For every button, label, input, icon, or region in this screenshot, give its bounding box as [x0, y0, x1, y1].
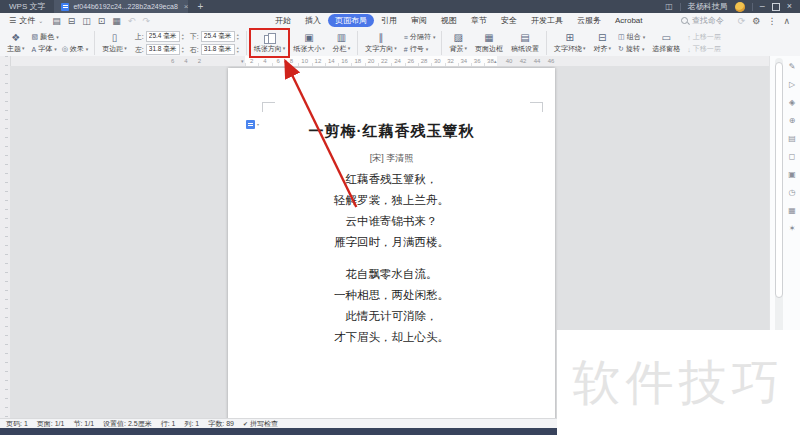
- collapse-ribbon-icon[interactable]: ∧: [783, 16, 790, 26]
- ribbon-tab[interactable]: 引用: [374, 14, 404, 27]
- spinner-icons[interactable]: ▴▾: [182, 33, 184, 41]
- restore-button[interactable]: [772, 3, 780, 11]
- dropdown-caret-icon: ▾: [608, 46, 611, 51]
- redo-icon[interactable]: ↷: [142, 16, 150, 26]
- orientation-highlight-wrap: 纸张方向▾: [251, 29, 289, 57]
- app-menu-button[interactable]: WPS 文字: [0, 1, 54, 12]
- settings-gear-icon[interactable]: ⚙: [752, 16, 760, 26]
- rotate-button[interactable]: ↻旋转▾: [618, 44, 645, 54]
- search-icon: [681, 17, 688, 24]
- tab-close-icon[interactable]: ×: [184, 2, 189, 11]
- status-item: 字数: 89: [208, 419, 234, 429]
- scrollbar-thumb[interactable]: [775, 62, 783, 298]
- background-button[interactable]: ▨ 背景▾: [446, 29, 470, 57]
- breaks-group: ≡分隔符▾ #行号▾: [402, 29, 438, 57]
- undo-icon[interactable]: ↶: [128, 16, 136, 26]
- close-button[interactable]: ×: [787, 2, 792, 11]
- margins-button[interactable]: ▯ 页边距▾: [99, 29, 130, 57]
- comment-icon[interactable]: ◻: [789, 152, 796, 161]
- spinner-icons[interactable]: ▴▾: [237, 33, 239, 41]
- dropdown-caret-icon: ▾: [86, 47, 89, 52]
- ribbon-tab-active[interactable]: 页面布局: [328, 14, 374, 27]
- hamburger-icon: ☰: [9, 16, 16, 25]
- print-icon[interactable]: ⊡: [98, 16, 106, 26]
- spell-check-toggle[interactable]: ✔ 拼写检查: [243, 419, 278, 429]
- bring-forward-button[interactable]: ↑上移一层: [687, 32, 721, 42]
- spinner-icons[interactable]: ▴▾: [237, 46, 239, 54]
- text-direction-button[interactable]: ∥ 文字方向▾: [362, 29, 400, 57]
- margin-left-input[interactable]: [146, 44, 180, 55]
- image-icon[interactable]: ▦: [788, 206, 796, 215]
- selection-pane-button[interactable]: ▭ 选择窗格: [649, 29, 683, 57]
- toolbar-separator: [357, 31, 358, 55]
- save-icon[interactable]: ⊟: [68, 16, 76, 26]
- spinner-icons[interactable]: ▴▾: [182, 46, 184, 54]
- ribbon-tab[interactable]: 章节: [464, 14, 494, 27]
- paper-orientation-button[interactable]: 纸张方向▾: [251, 29, 289, 57]
- margin-top-input[interactable]: [146, 31, 180, 42]
- ribbon-tab[interactable]: 开始: [268, 14, 298, 27]
- poem-body: 红藕香残玉簟秋，轻解罗裳，独上兰舟。云中谁寄锦书来？雁字回时，月满西楼。 花自飘…: [228, 169, 555, 348]
- lock-icon[interactable]: ◈: [789, 98, 795, 107]
- dropdown-caret-icon: ▾: [643, 35, 646, 40]
- left-indent-marker[interactable]: ▾: [241, 56, 244, 66]
- document-page[interactable]: ▾ 一剪梅·红藕香残玉簟秋 [宋] 李清照 红藕香残玉簟秋，轻解罗裳，独上兰舟。…: [228, 68, 555, 418]
- document-tab[interactable]: ef044b6192c24...228b2a249eca8 ×: [54, 0, 188, 13]
- print-preview-icon[interactable]: ▦: [112, 16, 121, 26]
- toolbar-separator: [546, 31, 547, 55]
- page-border-button[interactable]: ▦ 页面边框: [472, 29, 506, 57]
- status-item: 页面: 1/1: [37, 419, 65, 429]
- ribbon-tab[interactable]: 审阅: [404, 14, 434, 27]
- export-pdf-icon[interactable]: ◫: [82, 16, 91, 26]
- send-backward-button[interactable]: ↓下移一层: [687, 44, 721, 54]
- theme-button[interactable]: ❖ 主题▾: [4, 29, 28, 57]
- columns-button[interactable]: ▥ 分栏▾: [330, 29, 354, 57]
- new-tab-button[interactable]: +: [197, 1, 203, 12]
- group-rotate-group: ◫组合▾ ↻旋转▾: [616, 29, 647, 57]
- paper-size-button[interactable]: ▣ 纸张大小▾: [290, 29, 328, 57]
- ribbon-tab[interactable]: 安全: [494, 14, 524, 27]
- cursor-icon[interactable]: ▷: [789, 80, 795, 89]
- status-item: 节: 1/1: [73, 419, 94, 429]
- poem-line: 红藕香残玉簟秋，: [228, 169, 555, 190]
- user-name[interactable]: 老杨科技局: [688, 1, 728, 12]
- margin-top-field: 上: ▴▾: [135, 31, 184, 42]
- file-menu-button[interactable]: ☰ 文件 ⌄: [0, 15, 52, 26]
- ribbon-tab[interactable]: 开发工具: [524, 14, 570, 27]
- margin-bottom-input[interactable]: [201, 31, 235, 42]
- more-icon[interactable]: ⋮: [767, 16, 776, 26]
- paper-grid-button[interactable]: ▤ 稿纸设置: [508, 29, 542, 57]
- ribbon-tab[interactable]: 视图: [434, 14, 464, 27]
- status-item: 页码: 1: [6, 419, 28, 429]
- theme-options: ▧颜色▾ A字体▾ ◎效果▾: [30, 29, 91, 57]
- line-numbers-button[interactable]: #行号▾: [404, 44, 436, 54]
- layers-icon[interactable]: ▣: [788, 170, 796, 179]
- card-icon[interactable]: ▤: [788, 134, 796, 143]
- add-person-icon[interactable]: ⊕: [789, 116, 796, 125]
- right-indent-marker[interactable]: ▴: [494, 56, 497, 66]
- avatar[interactable]: [735, 2, 745, 12]
- status-item: 设置值: 2.5厘米: [103, 419, 152, 429]
- share-icon[interactable]: ✶: [789, 224, 796, 233]
- align-button[interactable]: ⊟ 对齐▾: [590, 29, 614, 57]
- theme-effects-button[interactable]: ◎效果▾: [62, 44, 89, 54]
- history-icon[interactable]: ◷: [789, 188, 796, 197]
- theme-fonts-button[interactable]: A字体▾: [32, 44, 57, 54]
- open-folder-icon[interactable]: ▤: [52, 16, 61, 26]
- command-search[interactable]: 查找命令: [681, 15, 724, 26]
- poem-line: 轻解罗裳，独上兰舟。: [228, 190, 555, 211]
- pen-icon[interactable]: ✎: [789, 62, 796, 71]
- breaks-button[interactable]: ≡分隔符▾: [404, 32, 436, 42]
- text-wrap-button[interactable]: ⊞ 文字环绕▾: [551, 29, 589, 57]
- fonts-icon: A: [32, 46, 37, 53]
- ribbon-tab[interactable]: Acrobat: [608, 15, 650, 26]
- sync-icon[interactable]: ⟳: [738, 16, 746, 26]
- ribbon-tab[interactable]: 云服务: [570, 14, 608, 27]
- minimize-button[interactable]: –: [760, 2, 765, 11]
- group-button[interactable]: ◫组合▾: [618, 32, 645, 42]
- palette-icon: ❖: [11, 33, 20, 43]
- workspace-icon[interactable]: ◫: [665, 2, 673, 11]
- ribbon-tab[interactable]: 插入: [298, 14, 328, 27]
- margin-right-input[interactable]: [201, 44, 235, 55]
- theme-colors-button[interactable]: ▧颜色▾: [32, 32, 89, 42]
